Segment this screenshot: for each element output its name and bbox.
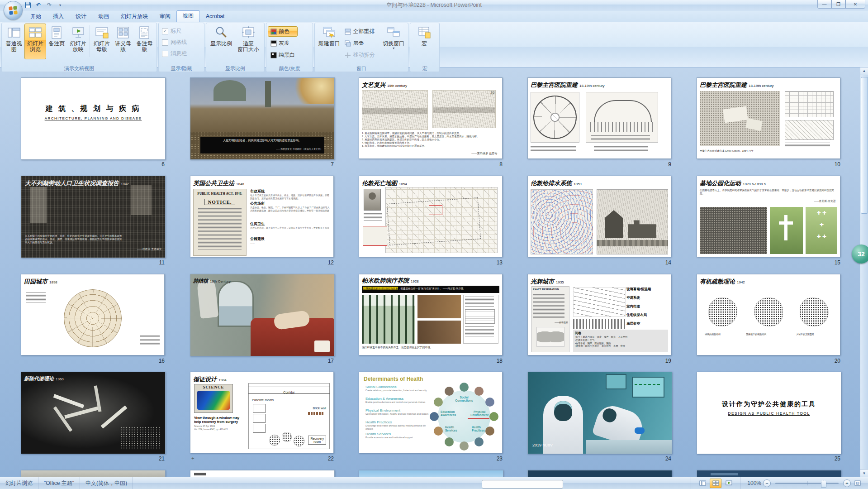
slide-thumbnail-partial-28[interactable] — [359, 470, 503, 477]
gridlines-checkbox[interactable]: 网格线 — [162, 38, 187, 46]
slide-thumbnail-11[interactable]: 大不列颠劳动人口卫生状况调查报告1842 工人阶级中的疾病完全是环境、街巷、住宅… — [21, 176, 165, 258]
switch-windows-button[interactable]: 切换窗口 ▼ — [381, 24, 407, 59]
fit-window-icon — [854, 480, 861, 486]
slideshow-view-button[interactable]: 幻灯片 放映 — [67, 24, 89, 59]
slide-sorter-button[interactable]: 幻灯片 浏览 — [24, 24, 46, 59]
sketch-lines — [465, 326, 494, 336]
slide-thumbnail-13[interactable]: 伦敦死亡地图1854 13 — [359, 176, 503, 257]
fit-to-window-button[interactable]: 适应 窗口大小 — [235, 24, 262, 59]
tab-insert[interactable]: 插入 — [47, 11, 70, 22]
slide-thumbnail-10[interactable]: 巴黎主宫医院重建18-19th century 巴黎主宫医院重建方案 Emile… — [697, 77, 840, 159]
slide22-title-row: 循证设计1984 — [193, 375, 331, 384]
slide17-title: 肺结核 — [193, 278, 208, 283]
color-button[interactable]: 颜色 — [268, 26, 298, 37]
cascade-button[interactable]: 层叠 — [342, 38, 380, 48]
ime-toolbar[interactable] — [482, 480, 563, 489]
slide-thumbnail-24[interactable]: 2019 nCoV 24 — [527, 372, 671, 454]
button-label: 灰度 — [279, 39, 289, 47]
macro-button[interactable]: 宏 — [412, 24, 437, 59]
slide16-title-row: 田园城市1898 — [24, 277, 161, 286]
doc-attribution: ——柯布西耶 — [555, 321, 568, 324]
slide14-images — [531, 189, 668, 254]
slide-thumbnail-14[interactable]: 伦敦给排水系统1859 14 — [527, 176, 671, 257]
slide15-title: 墓地公园化运动 — [700, 180, 741, 187]
arrange-all-button[interactable]: 全部重排 — [342, 26, 380, 37]
photo-circle — [460, 441, 469, 451]
zoom-out-button[interactable]: − — [763, 479, 771, 487]
slide-thumbnail-16[interactable]: 田园城市1898 16 — [21, 274, 165, 355]
group-presentation-views: 普通视图 幻灯片 浏览 备注页 幻灯片 放映 幻灯片 母版 讲义母版 备注母版 … — [1, 23, 157, 72]
black-white-button[interactable]: 纯黑白 — [268, 50, 298, 60]
slide-6: 建 筑 、规 划 与 疾 病 ARCHITECTURE, PLANNING AN… — [21, 77, 166, 160]
slide-thumbnail-partial-29[interactable] — [527, 470, 671, 477]
slide-30-partial — [697, 470, 841, 477]
normal-view-button-status[interactable] — [697, 479, 708, 488]
slide-thumbnail-7[interactable]: 人是文明的创造者，则疾病通过影响人对文明的进程发生影响。 ——弗雷德里克·卡特赖… — [190, 77, 334, 160]
zoom-slider-thumb[interactable] — [821, 480, 826, 488]
slide-thumbnail-partial-26[interactable] — [21, 470, 165, 477]
status-language[interactable]: 中文(简体，中国) — [80, 477, 133, 489]
slide-thumbnail-17[interactable]: 肺结核19th Century 17 — [190, 274, 334, 356]
handout-master-button[interactable]: 讲义母版 — [112, 24, 133, 59]
slide-sorter-button-status[interactable] — [710, 479, 721, 488]
slide-thumbnail-21[interactable]: 新陈代谢理论1960 21 — [21, 372, 165, 454]
notes-master-button[interactable]: 备注母版 — [134, 24, 155, 59]
slide-thumbnail-partial-27[interactable] — [190, 470, 334, 477]
group-zoom: 显示比例 适应 窗口大小 显示比例 — [206, 23, 265, 72]
partial-content-mark — [711, 473, 738, 475]
slide-thumbnail-15[interactable]: 墓地公园化运动1870 s-1890 s 公园墓地倡导人士、许多病患和死者家属在… — [697, 176, 840, 257]
maximize-button[interactable]: ❐ — [831, 0, 845, 9]
new-window-button[interactable]: 新建窗口 — [316, 24, 342, 59]
notes-page-button[interactable]: 备注页 — [46, 24, 67, 59]
transition-indicator-icon[interactable]: ✦ — [191, 456, 194, 461]
zoom-button[interactable]: 显示比例 — [208, 24, 235, 59]
normal-view-button[interactable]: 普通视图 — [3, 24, 24, 59]
button-label: 幻灯片 浏览 — [27, 41, 43, 53]
floating-count-badge[interactable]: 32 — [852, 244, 868, 264]
brick-wall-strip — [308, 412, 323, 415]
pine-forest-photo — [362, 295, 415, 344]
slide-thumbnail-18[interactable]: 帕米欧肺病疗养院1928 疗养院建筑的设计以医疗为目标，把建筑物当作一套“医疗仪… — [359, 274, 503, 355]
slideshow-button-status[interactable] — [723, 479, 735, 488]
tab-design[interactable]: 设计 — [70, 11, 92, 22]
slide-master-icon — [95, 25, 109, 40]
slide-master-button[interactable]: 幻灯片 母版 — [91, 24, 112, 59]
scroll-down-icon[interactable]: ▼ — [860, 469, 868, 477]
slide-thumbnail-25[interactable]: 设计作为守护公共健康的工具 DESIGN AS PUBLIC HEALTH TO… — [697, 372, 840, 454]
tab-acrobat[interactable]: Acrobat — [200, 11, 230, 22]
tab-slideshow[interactable]: 幻灯片放映 — [115, 11, 154, 22]
slide11-era: 1842 — [121, 182, 129, 186]
tab-home[interactable]: 开始 — [24, 11, 47, 22]
slide-thumbnail-8[interactable]: 文艺复兴15th century 36 1. 用水路网络来连接城市，缓解街道的拥… — [359, 77, 503, 159]
slide-thumbnail-12[interactable]: 英国公共卫生法1848 PUBLIC HEALTH ACT, 1848. NOT… — [190, 176, 334, 257]
ruler-checkbox[interactable]: ✓标尺 — [162, 27, 187, 35]
tab-view[interactable]: 视图 — [176, 10, 200, 22]
slide-number: 23 — [497, 455, 503, 462]
zoom-slider[interactable] — [775, 483, 839, 484]
minimize-button[interactable]: — — [817, 0, 831, 9]
message-bar-checkbox[interactable]: 消息栏 — [162, 50, 187, 58]
scrollbar-thumb[interactable] — [861, 77, 868, 214]
slide-number: 24 — [665, 455, 671, 462]
list-item: 4. 倾斜街道，污水和废物能够被排向地下河。 — [362, 141, 499, 144]
vertical-scrollbar[interactable]: ▲ ▼ — [860, 67, 868, 477]
tab-review[interactable]: 审阅 — [154, 11, 176, 22]
slide-thumbnail-22[interactable]: 循证设计1984 SCIENCE View through a window m… — [190, 372, 334, 453]
status-theme[interactable]: "Office 主题" — [38, 477, 80, 489]
slide-thumbnail-20[interactable]: 有机疏散理论1942 城镇的细胞组织 显微镜下的细胞组织 大城市的无限蔓延 20 — [697, 274, 840, 355]
slide-thumbnail-partial-30[interactable] — [697, 470, 840, 477]
tab-animation[interactable]: 动画 — [92, 11, 115, 22]
scroll-up-icon[interactable]: ▲ — [860, 67, 868, 75]
fit-slide-to-window-button[interactable] — [853, 479, 863, 487]
slide20-title-row: 有机疏散理论1942 — [700, 277, 837, 286]
zoom-in-button[interactable]: + — [843, 479, 851, 487]
slide-thumbnail-19[interactable]: 光辉城市1935 EXACT RESPIRATION ——柯布西耶 玻璃幕墙/恒… — [527, 274, 671, 355]
grayscale-button[interactable]: 灰度 — [268, 38, 298, 48]
slide-thumbnail-6[interactable]: 建 筑 、规 划 与 疾 病 ARCHITECTURE, PLANNING AN… — [21, 77, 165, 160]
slide-thumbnail-9[interactable]: 巴黎主宫医院重建18-19th century 9 — [527, 77, 671, 159]
button-label: 适应 窗口大小 — [237, 41, 259, 53]
slide14-title-row: 伦敦给排水系统1859 — [531, 179, 668, 187]
close-button[interactable]: ✕ — [845, 0, 865, 9]
slide-thumbnail-23[interactable]: Determinants of Health Social Connection… — [359, 372, 503, 453]
office-button[interactable] — [4, 1, 23, 20]
